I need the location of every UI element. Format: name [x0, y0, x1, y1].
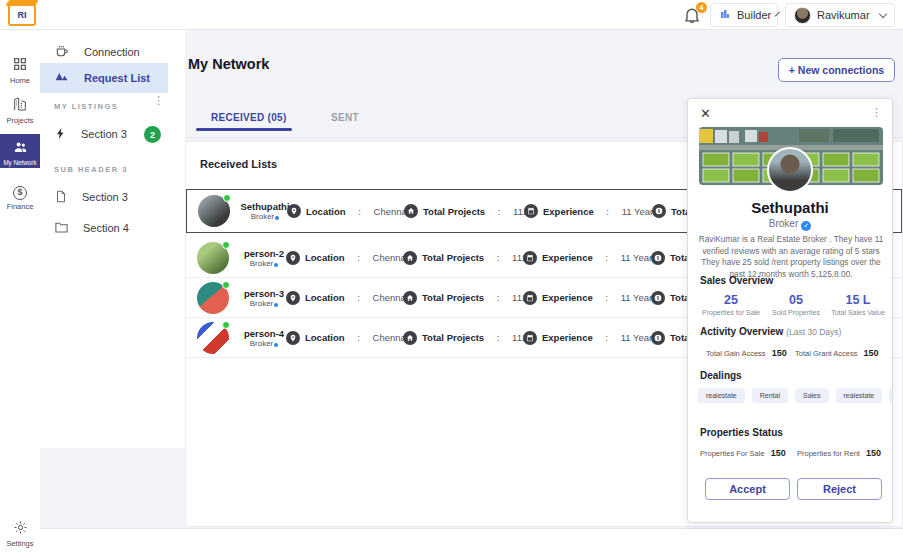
dealing-chip[interactable]: realestate [836, 388, 883, 403]
stat-location: Location : Chennai [286, 291, 408, 305]
home-icon [404, 204, 418, 218]
section3-count-badge: 2 [144, 126, 161, 143]
home-icon [403, 251, 417, 265]
sidebar-item-label: Connection [84, 46, 140, 58]
dealing-chip[interactable]: realestate [698, 388, 745, 403]
people-icon [0, 141, 40, 156]
broker-avatar [767, 147, 813, 193]
top-bar: RI 4 Builder Ravikumar [0, 0, 903, 30]
sidebar-item-finance[interactable]: $ Finance [0, 186, 40, 211]
avatar [197, 242, 229, 274]
dealing-chip[interactable]: Apartment [889, 388, 893, 403]
folder-icon [54, 220, 69, 236]
gear-icon [0, 520, 40, 537]
app-window: RI 4 Builder Ravikumar Home Projects [0, 0, 903, 560]
sidebar-item-projects[interactable]: Projects [0, 96, 40, 125]
location-pin-icon [287, 204, 301, 218]
activity-subtitle: (Last 30 Days) [786, 327, 841, 337]
online-dot [222, 321, 230, 329]
footer-strip [40, 528, 903, 560]
calendar-icon [523, 251, 537, 265]
sidebar-item-label: Request List [84, 72, 150, 84]
sidebar-item-section3b[interactable]: Section 3 [40, 183, 185, 211]
broker-profile-panel: ✕ ⋮ Sethup [687, 98, 893, 523]
calendar-icon [523, 331, 537, 345]
sidebar-item-section4[interactable]: Section 4 [40, 214, 185, 242]
dealing-chip[interactable]: Rental [752, 388, 788, 403]
stat-properties-for-rent-count: Properties for Rent150 [797, 448, 881, 458]
stat-experience: Experience : 11 Years [523, 291, 657, 305]
home-grid-icon [0, 56, 40, 74]
sub-header: SUB HEADER 3 [54, 165, 128, 174]
user-name: Ravikumar [817, 9, 870, 21]
avatar [197, 322, 229, 354]
online-dot [222, 241, 230, 249]
rail-label: Finance [7, 202, 34, 211]
sidebar-item-request-list[interactable]: Request List [40, 63, 168, 93]
tab-sent[interactable]: SENT [331, 112, 359, 123]
role-selector[interactable]: Builder [710, 3, 778, 27]
stat-experience: Experience : 11 Years [523, 331, 657, 345]
rail-label: My Network [3, 159, 36, 166]
calendar-icon [524, 204, 538, 218]
builder-icon [719, 8, 731, 22]
home-icon [403, 291, 417, 305]
online-dot [222, 281, 230, 289]
sidebar-item-section3[interactable]: Section 3 [40, 120, 185, 148]
rail-label: Projects [6, 116, 33, 125]
role-selector-label: Builder [737, 9, 771, 21]
sidebar-item-settings[interactable]: Settings [0, 520, 40, 548]
close-icon[interactable]: ✕ [700, 106, 711, 121]
sales-overview-title: Sales Overview [700, 275, 773, 286]
online-dot [223, 194, 231, 202]
chevron-down-icon [775, 11, 780, 16]
sidebar-item-home[interactable]: Home [0, 56, 40, 85]
stat-properties-for-sale-count: Properties For Sale150 [700, 448, 786, 458]
tab-received[interactable]: RECEIVED (05) [211, 112, 287, 123]
sidebar: Connection Request List MY LISTINGS ⋮ Se… [40, 30, 185, 448]
coffee-cup-icon [54, 43, 70, 61]
location-pin-icon [286, 251, 300, 265]
new-connections-button[interactable]: + New connections [778, 58, 895, 82]
avatar [197, 282, 229, 314]
logo-text: RI [18, 10, 27, 20]
stat-total-sales-value: 15 LTotal Sales Value [830, 293, 886, 316]
dealing-chip[interactable]: Sales [795, 388, 829, 403]
user-menu[interactable]: Ravikumar [785, 3, 895, 27]
location-pin-icon [286, 331, 300, 345]
stat-sold-properties: 05Sold Properties [768, 293, 824, 316]
accept-button[interactable]: Accept [705, 478, 790, 500]
sidebar-item-label: Section 3 [82, 191, 128, 203]
coin-icon [652, 204, 666, 218]
mountain-icon [54, 70, 70, 86]
stat-total-gain-access: Total Gain Access150 [706, 348, 787, 358]
chevron-down-icon [879, 9, 887, 17]
sidebar-item-connection[interactable]: Connection [40, 38, 185, 66]
building-icon [0, 96, 40, 114]
home-icon [403, 331, 417, 345]
user-avatar [794, 7, 811, 24]
stat-properties-for-sale: 25Properties for Sale [700, 293, 762, 316]
rail-label: Home [10, 76, 30, 85]
verified-dot [274, 343, 278, 347]
stat-experience: Experience : 11 Years [523, 251, 657, 265]
coin-icon [651, 251, 665, 265]
dealings-title: Dealings [700, 370, 742, 381]
broker-description: RaviKumar is a Real Estate Broker . They… [698, 234, 884, 280]
verified-dot [275, 216, 279, 220]
coin-icon [651, 291, 665, 305]
stat-location: Location : Chennai [286, 251, 408, 265]
kebab-menu-icon[interactable]: ⋮ [153, 98, 164, 102]
notifications-button[interactable]: 4 [682, 5, 704, 27]
app-logo[interactable]: RI [8, 4, 36, 26]
reject-button[interactable]: Reject [797, 478, 882, 500]
sidebar-item-my-network[interactable]: My Network [0, 134, 40, 168]
lightning-bolt-icon [54, 126, 67, 143]
verified-dot [274, 263, 278, 267]
file-icon [54, 189, 68, 206]
stat-experience: Experience : 11 Years [524, 204, 658, 218]
kebab-menu-icon[interactable]: ⋮ [871, 106, 882, 119]
broker-name: Sethupathi [688, 199, 892, 216]
stat-projects: Total Projects : 112 [404, 204, 528, 218]
calendar-icon [523, 291, 537, 305]
